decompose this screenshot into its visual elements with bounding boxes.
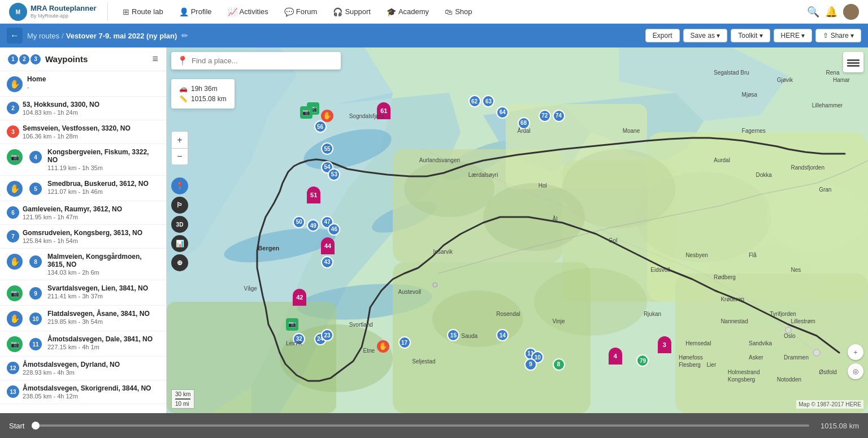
list-item[interactable]: 📷 4 Kongsbergveien, Fiskum, 3322, NO 111… xyxy=(0,144,166,176)
camera-icon: 📷 xyxy=(286,318,298,331)
waypoint-badge-3: 3 xyxy=(31,54,41,64)
shop-icon: 🛍 xyxy=(445,7,453,16)
export-button[interactable]: Export xyxy=(645,29,680,42)
waypoint-name: Malmveien, Kongsgårdmoen, 3615, NO xyxy=(47,253,159,268)
svg-rect-28 xyxy=(847,62,860,64)
user-avatar[interactable] xyxy=(843,4,859,20)
waypoint-info: Flatdalsvegen, Åsane, 3841, NO 219.85 km… xyxy=(47,310,159,325)
list-item[interactable]: 13 Åmotsdalsvegen, Skorigrendi, 3844, NO… xyxy=(0,380,166,404)
side-button-2[interactable]: ◎ xyxy=(848,363,863,379)
marker-79: 79 xyxy=(636,354,649,367)
zoom-out-button[interactable]: − xyxy=(171,148,188,165)
marker-number: 14 xyxy=(496,329,509,341)
duration-row: 🚗 19h 36m xyxy=(179,84,227,94)
list-item[interactable]: 📷 9 Svartdalsvegen, Lien, 3841, NO 211.4… xyxy=(0,280,166,306)
toolkit-button[interactable]: Toolkit ▾ xyxy=(731,29,770,42)
marker-72: 72 xyxy=(539,110,551,122)
waypoint-sub: 227.15 km - 4h 1m xyxy=(47,344,159,350)
distance-row: 📏 1015.08 km xyxy=(179,94,227,104)
waypoint-list: ✋ Home - 2 53, Hokksund, 3300, NO 104.83… xyxy=(0,71,166,413)
progress-track[interactable] xyxy=(36,424,809,427)
location-button[interactable]: 📍 xyxy=(171,177,188,194)
waypoint-info: Home - xyxy=(27,75,159,90)
map-search-input[interactable] xyxy=(192,57,335,65)
nav-activities[interactable]: 📈 Activities xyxy=(222,5,274,19)
list-item[interactable]: 2 53, Hokksund, 3300, NO 104.83 km - 1h … xyxy=(0,97,166,120)
list-item[interactable]: 📷 11 Åmotsdalsvegen, Dale, 3841, NO 227.… xyxy=(0,331,166,357)
list-item[interactable]: 7 Gomsrudveien, Kongsberg, 3613, NO 125.… xyxy=(0,225,166,249)
svg-text:M: M xyxy=(16,9,20,15)
side-button-1[interactable]: ＋ xyxy=(848,344,863,360)
map-provider-button[interactable]: HERE ▾ xyxy=(774,29,813,42)
forum-icon: 💬 xyxy=(284,7,294,16)
pin-number: 61 xyxy=(377,102,390,119)
save-as-button[interactable]: Save as ▾ xyxy=(683,29,728,42)
marker-50: 50 xyxy=(293,216,305,228)
search-button[interactable]: 🔍 xyxy=(807,6,819,18)
3d-button[interactable]: 3D xyxy=(171,216,188,233)
bookmark-button[interactable]: 🏳 xyxy=(171,197,188,214)
profile-icon: 👤 xyxy=(179,7,189,16)
notifications-button[interactable]: 🔔 xyxy=(825,6,837,18)
hand-icon: ✋ xyxy=(377,340,389,353)
list-item[interactable]: 12 Åmotsdalsvegen, Dyrland, NO 228.93 km… xyxy=(0,357,166,380)
waypoint-sub: 211.41 km - 3h 37m xyxy=(47,293,159,300)
marker-number: 62 xyxy=(468,95,481,107)
marker-number: 79 xyxy=(636,354,649,367)
edit-route-icon[interactable]: ✏ xyxy=(181,31,188,40)
waypoint-number: 3 xyxy=(7,125,19,138)
marker-number: 32 xyxy=(293,333,305,345)
compass-button[interactable]: ⊕ xyxy=(171,254,188,271)
car-icon: 🚗 xyxy=(179,85,188,93)
nav-profile[interactable]: 👤 Profile xyxy=(173,5,218,19)
svg-point-15 xyxy=(404,161,494,217)
nav-academy-label: Academy xyxy=(398,7,429,16)
pin-number: 51 xyxy=(307,187,320,203)
nav-forum[interactable]: 💬 Forum xyxy=(279,5,323,19)
waypoint-number: 6 xyxy=(7,206,19,219)
activities-icon: 📈 xyxy=(228,7,237,16)
progress-thumb[interactable] xyxy=(32,422,40,430)
waypoint-icon: ✋ xyxy=(7,181,23,197)
list-item[interactable]: 3 Semsveien, Vestfossen, 3320, NO 106.36… xyxy=(0,120,166,144)
logo-area: M MRA Routeplanner By MyRoute-app xyxy=(9,3,108,21)
map-area[interactable]: 📍 🚗 19h 36m 📏 1015.08 km + − 📍 🏳 3D 📊 xyxy=(167,47,868,413)
marker-3-loc: 3 xyxy=(658,336,671,353)
nav-route-lab[interactable]: ⊞ Route lab xyxy=(117,5,169,19)
waypoint-number: 9 xyxy=(29,287,42,300)
breadcrumb-bar: ← My routes / Vestover 7-9. mai 2022 (ny… xyxy=(0,24,868,47)
app-name: MRA Routeplanner xyxy=(31,5,97,12)
nav-shop[interactable]: 🛍 Shop xyxy=(439,5,478,19)
list-item[interactable]: 6 Gamleveien, Raumyr, 3612, NO 121.95 km… xyxy=(0,201,166,225)
waypoint-info: Semsveien, Vestfossen, 3320, NO 106.36 k… xyxy=(23,124,159,140)
sidebar-menu-icon[interactable]: ≡ xyxy=(152,53,158,65)
list-item[interactable]: ✋ Home - xyxy=(0,71,166,97)
map-pin-icon: 📍 xyxy=(177,55,188,66)
sidebar: 1 2 3 Waypoints ≡ ✋ Home - 2 53, Hokksun… xyxy=(0,47,167,413)
list-item[interactable]: ✋ 10 Flatdalsvegen, Åsane, 3841, NO 219.… xyxy=(0,306,166,331)
waypoint-icon: ✋ xyxy=(7,254,23,270)
waypoint-number: 7 xyxy=(7,230,19,242)
list-item[interactable]: ✋ 8 Malmveien, Kongsgårdmoen, 3615, NO 1… xyxy=(0,249,166,280)
svg-rect-29 xyxy=(847,65,860,67)
marker-number: 63 xyxy=(482,95,494,107)
layer-button[interactable] xyxy=(843,52,863,72)
list-item[interactable]: ✋ 5 Smedbrua, Buskerud, 3612, NO 121.07 … xyxy=(0,176,166,201)
marker-number: 23 xyxy=(321,329,333,341)
chart-button[interactable]: 📊 xyxy=(171,235,188,252)
sidebar-header: 1 2 3 Waypoints ≡ xyxy=(0,47,166,71)
marker-42: 42 xyxy=(293,289,306,306)
nav-support[interactable]: 🎧 Support xyxy=(327,5,376,19)
breadcrumb-parent[interactable]: My routes xyxy=(27,32,59,40)
back-button[interactable]: ← xyxy=(7,28,23,44)
zoom-in-button[interactable]: + xyxy=(171,131,188,148)
waypoint-icon: 📷 xyxy=(7,285,23,301)
waypoint-name: Semsveien, Vestfossen, 3320, NO xyxy=(23,124,159,132)
waypoint-name: 53, Hokksund, 3300, NO xyxy=(23,101,159,109)
share-button[interactable]: ⇧ Share ▾ xyxy=(815,29,861,42)
nav-shop-label: Shop xyxy=(455,7,472,16)
waypoint-name: Flatdalsvegen, Åsane, 3841, NO xyxy=(47,310,159,318)
waypoint-sub: 111.19 km - 1h 35m xyxy=(47,164,159,171)
nav-academy[interactable]: 🎓 Academy xyxy=(381,5,435,19)
waypoint-sub: 219.85 km - 3h 54m xyxy=(47,318,159,325)
